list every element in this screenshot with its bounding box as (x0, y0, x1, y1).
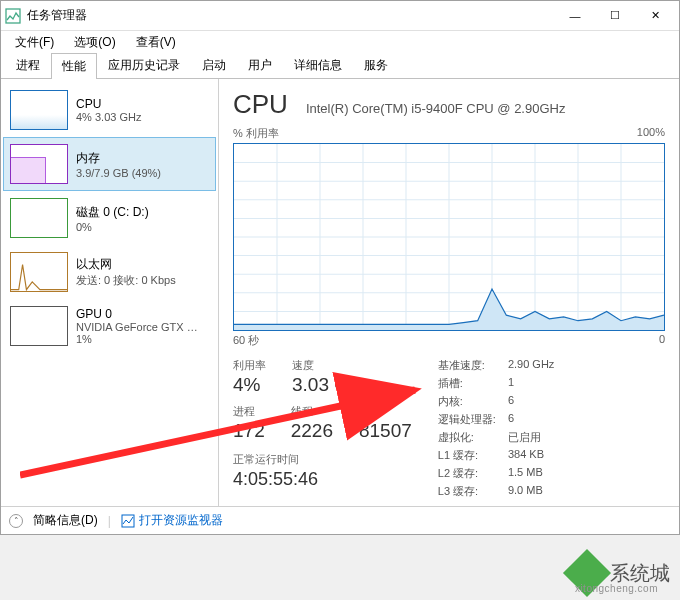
sidebar: CPU 4% 3.03 GHz 内存 3.9/7.9 GB (49%) 磁盘 0… (1, 79, 219, 506)
tab-performance[interactable]: 性能 (51, 53, 97, 79)
sidebar-item-gpu[interactable]: GPU 0 NVIDIA GeForce GTX … 1% (3, 299, 216, 353)
cpu-utilization-chart[interactable] (233, 143, 665, 331)
metric-uptime: 正常运行时间 4:05:55:46 (233, 452, 412, 490)
chart-xleft: 60 秒 (233, 333, 259, 348)
tabstrip: 进程 性能 应用历史记录 启动 用户 详细信息 服务 (1, 53, 679, 79)
cpu-panel: CPU Intel(R) Core(TM) i5-9400F CPU @ 2.9… (219, 79, 679, 506)
sidebar-item-label: 以太网 (76, 256, 176, 273)
sidebar-item-label: 磁盘 0 (C: D:) (76, 204, 149, 221)
statusbar: ˄ 简略信息(D) | 打开资源监视器 (1, 506, 679, 534)
chart-xright: 0 (659, 333, 665, 348)
sidebar-item-label: CPU (76, 97, 141, 111)
sidebar-item-memory[interactable]: 内存 3.9/7.9 GB (49%) (3, 137, 216, 191)
ethernet-thumb-icon (10, 252, 68, 292)
cpu-thumb-icon (10, 90, 68, 130)
divider: | (108, 514, 111, 528)
watermark-url: xitongcheng.com (575, 583, 658, 594)
titlebar: 任务管理器 — ☐ ✕ (1, 1, 679, 31)
watermark: 系统城 xitongcheng.com (570, 556, 670, 590)
maximize-button[interactable]: ☐ (595, 1, 635, 30)
body: CPU 4% 3.03 GHz 内存 3.9/7.9 GB (49%) 磁盘 0… (1, 79, 679, 506)
chevron-up-icon[interactable]: ˄ (9, 514, 23, 528)
sidebar-item-label: GPU 0 (76, 307, 198, 321)
tab-apphistory[interactable]: 应用历史记录 (97, 52, 191, 78)
sidebar-item-label: 内存 (76, 150, 161, 167)
metric-processes: 进程 172 (233, 404, 265, 442)
task-manager-window: 任务管理器 — ☐ ✕ 文件(F) 选项(O) 查看(V) 进程 性能 应用历史… (0, 0, 680, 535)
menu-file[interactable]: 文件(F) (7, 32, 62, 53)
metric-threads: 线程 2226 (291, 404, 333, 442)
sidebar-item-sub: 发送: 0 接收: 0 Kbps (76, 273, 176, 288)
memory-thumb-icon (10, 144, 68, 184)
window-title: 任务管理器 (27, 7, 555, 24)
svg-rect-19 (122, 515, 134, 527)
chart-ylabel: % 利用率 (233, 126, 279, 141)
sidebar-item-sub: NVIDIA GeForce GTX … (76, 321, 198, 333)
disk-thumb-icon (10, 198, 68, 238)
close-button[interactable]: ✕ (635, 1, 675, 30)
sidebar-item-sub2: 1% (76, 333, 198, 345)
cpu-stats: 利用率 4% 速度 3.03 GHz 进程 172 (233, 358, 665, 499)
chart-ymax: 100% (637, 126, 665, 141)
open-resource-monitor-link[interactable]: 打开资源监视器 (121, 512, 223, 529)
sidebar-item-sub: 3.9/7.9 GB (49%) (76, 167, 161, 179)
resource-monitor-icon (121, 514, 135, 528)
tab-services[interactable]: 服务 (353, 52, 399, 78)
metric-utilization: 利用率 4% (233, 358, 266, 396)
app-icon (5, 8, 21, 24)
sidebar-item-disk[interactable]: 磁盘 0 (C: D:) 0% (3, 191, 216, 245)
tab-users[interactable]: 用户 (237, 52, 283, 78)
cpu-title: CPU (233, 89, 288, 120)
tab-startup[interactable]: 启动 (191, 52, 237, 78)
sidebar-item-sub: 0% (76, 221, 149, 233)
menu-view[interactable]: 查看(V) (128, 32, 184, 53)
cpu-model: Intel(R) Core(TM) i5-9400F CPU @ 2.90GHz (306, 101, 566, 116)
sidebar-item-sub: 4% 3.03 GHz (76, 111, 141, 123)
menu-options[interactable]: 选项(O) (66, 32, 123, 53)
menubar: 文件(F) 选项(O) 查看(V) (1, 31, 679, 53)
minimize-button[interactable]: — (555, 1, 595, 30)
cpu-header: CPU Intel(R) Core(TM) i5-9400F CPU @ 2.9… (233, 89, 665, 120)
metric-handles: 句柄 81507 (359, 404, 412, 442)
cpu-spec-table: 基准速度:2.90 GHz 插槽:1 内核:6 逻辑处理器:6 虚拟化:已启用 … (438, 358, 555, 499)
sidebar-item-cpu[interactable]: CPU 4% 3.03 GHz (3, 83, 216, 137)
tab-details[interactable]: 详细信息 (283, 52, 353, 78)
fewer-details-button[interactable]: 简略信息(D) (33, 512, 98, 529)
gpu-thumb-icon (10, 306, 68, 346)
tab-processes[interactable]: 进程 (5, 52, 51, 78)
sidebar-item-ethernet[interactable]: 以太网 发送: 0 接收: 0 Kbps (3, 245, 216, 299)
metric-speed: 速度 3.03 GHz (292, 358, 372, 396)
